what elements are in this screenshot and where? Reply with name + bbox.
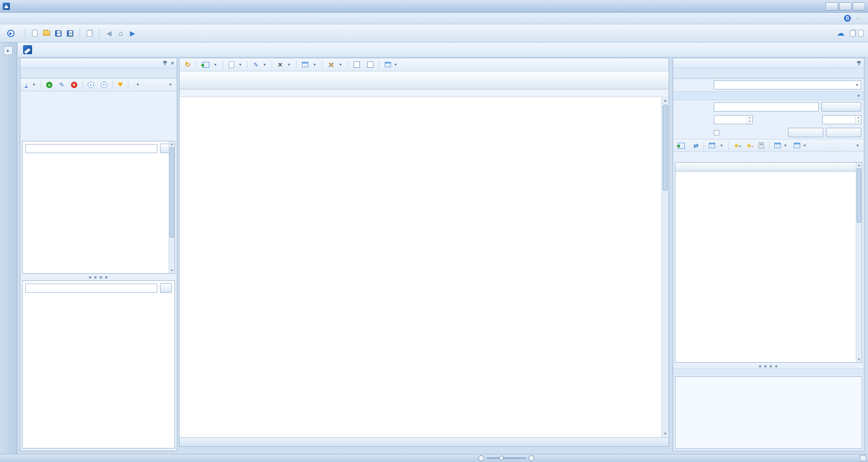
back-button[interactable]: ◀ <box>104 28 114 39</box>
desc-splitter[interactable]: ■ ■ ■ ■ <box>673 364 864 368</box>
collapse-filter-icon[interactable]: ▼ <box>857 94 860 98</box>
inserisci-button[interactable]: ▼ <box>226 60 245 70</box>
delete-icon: ✕ <box>71 82 77 88</box>
search-text-input[interactable] <box>714 103 819 112</box>
collapse-icon <box>367 61 373 68</box>
prezzari-scroll-up-icon[interactable]: ▲ <box>856 163 862 168</box>
prezzario-select[interactable]: ▼ <box>714 80 861 89</box>
zoom-out-button[interactable] <box>478 455 484 461</box>
open-button[interactable] <box>41 28 52 39</box>
expand-all-button[interactable] <box>351 60 363 69</box>
swap-button[interactable]: ⇄ <box>691 141 701 150</box>
move-up-button[interactable]: ▲ <box>85 80 97 89</box>
vista-button[interactable]: ▼ <box>706 141 726 149</box>
grid-rows <box>179 98 661 437</box>
toolbar-overflow-button[interactable]: ▼ <box>165 81 175 88</box>
import-icon: ↓ <box>25 82 28 88</box>
calculator-button[interactable] <box>756 141 767 150</box>
grid-toolbar: ↻ ▼ ▼ ✎▼ ✕▼ ▼ ▼ ▼ <box>179 58 669 71</box>
grid-scroll-down-icon[interactable]: ▼ <box>662 431 668 437</box>
refresh-button[interactable]: ↻ <box>182 59 193 70</box>
zoom-in-button[interactable] <box>528 455 534 461</box>
app-icon <box>3 3 10 10</box>
forward-button[interactable]: ▶ <box>127 28 138 39</box>
sync-doc-icon[interactable] <box>850 30 855 37</box>
zoom-control <box>478 455 534 461</box>
home-button[interactable]: ⌂ <box>115 28 126 39</box>
prezzari-table: ▲ ▼ <box>675 162 862 363</box>
close-panel-icon[interactable]: × <box>171 60 174 66</box>
grid-visualizza-button[interactable]: ▼ <box>299 61 319 69</box>
prez-massimo-input[interactable]: ▲▼ <box>822 115 861 124</box>
annulla-button[interactable] <box>826 128 861 137</box>
categories-tree-scrollbar[interactable]: ▲ ▼ <box>169 141 175 273</box>
delete-button[interactable]: ✕ <box>68 80 80 89</box>
save-button[interactable] <box>53 28 64 39</box>
save-as-button[interactable] <box>65 28 75 39</box>
grid-scroll-up-icon[interactable]: ▲ <box>662 98 668 104</box>
new-file-button[interactable] <box>29 28 40 39</box>
voci-search-row <box>23 281 175 295</box>
insert-icon <box>229 61 234 68</box>
importa-button[interactable]: ↓▼ <box>22 81 38 89</box>
editazione-button[interactable]: ✎▼ <box>250 60 269 70</box>
prezzari-pin-icon[interactable] <box>857 61 861 66</box>
aggiungi-button[interactable] <box>675 141 689 150</box>
layout-grid-icon <box>385 62 391 67</box>
aggiungi-icon <box>678 143 685 149</box>
tools-icon <box>328 62 334 68</box>
info-text <box>20 91 177 97</box>
zoom-slider-thumb[interactable] <box>499 456 504 460</box>
collapse-all-button[interactable] <box>364 60 376 69</box>
minimize-button[interactable] <box>826 2 838 10</box>
search-text-field <box>673 100 864 113</box>
back-icon: ◀ <box>106 30 112 37</box>
preferiti-checkbox[interactable] <box>714 130 719 135</box>
categories-box: ▲ ▼ <box>22 141 175 274</box>
copy-button[interactable] <box>84 28 95 39</box>
bstart-button[interactable]: ▶ <box>5 28 21 39</box>
prezzari-overflow-button[interactable]: ▼ <box>852 142 862 149</box>
prezzari-scroll-down-icon[interactable]: ▼ <box>856 357 862 362</box>
move-down-button[interactable]: ▼ <box>98 80 110 89</box>
filter-articles-header[interactable]: ▼ <box>673 91 864 100</box>
voci-search-input[interactable] <box>25 284 157 293</box>
app-window: B ▶ ◀ ⌂ ▶ ☁ ▸ <box>0 0 868 462</box>
columns-button[interactable]: ▼ <box>772 141 790 149</box>
layout-button[interactable]: ▼ <box>382 61 400 69</box>
favorite-remove-button[interactable]: ★− <box>743 141 755 149</box>
panel-splitter[interactable]: ■ ■ ■ ■ <box>20 275 177 279</box>
brand-area: B <box>844 15 863 22</box>
price-range-field: ▲▼ ▲▼ <box>673 113 864 126</box>
close-button[interactable] <box>853 2 865 10</box>
scroll-down-icon[interactable]: ▼ <box>169 268 175 273</box>
corner-grid-button[interactable] <box>860 455 866 461</box>
edit-button[interactable]: ✎ <box>57 80 67 89</box>
elimina-button[interactable]: ✕▼ <box>275 60 293 70</box>
maximize-button[interactable] <box>839 2 852 10</box>
zoom-slider[interactable] <box>486 457 526 459</box>
opzioni-button[interactable]: ▼ <box>325 61 345 69</box>
sync-page-icon[interactable] <box>858 30 863 37</box>
scroll-up-icon[interactable]: ▲ <box>169 141 175 147</box>
expand-menu-button[interactable]: ▸ <box>4 46 13 55</box>
applica-button[interactable] <box>788 128 823 137</box>
categories-search-input[interactable] <box>25 144 157 153</box>
prezzari-scrollbar[interactable]: ▲ ▼ <box>856 163 862 362</box>
import-export-button[interactable]: ▼ <box>199 61 220 69</box>
pin-icon[interactable] <box>163 61 167 66</box>
organization-panel: × ↓▼ + ✎ ✕ ▲ ▼ ▼ ▼ <box>20 58 177 451</box>
voci-find-button[interactable] <box>160 283 172 293</box>
prez-minimo-input[interactable]: ▲▼ <box>714 115 753 124</box>
cloud-sync-button[interactable]: ☁ <box>837 29 863 37</box>
add-icon: + <box>46 82 52 88</box>
filter-button[interactable] <box>115 81 126 88</box>
favorite-add-button[interactable]: ★+ <box>731 141 742 149</box>
grid-filter-row <box>179 89 669 97</box>
visualizza-button[interactable]: ▼ <box>131 81 142 88</box>
layout2-button[interactable]: ▼ <box>791 141 809 149</box>
add-button[interactable]: + <box>43 80 55 89</box>
descrizione-text <box>675 376 862 449</box>
grid-scrollbar[interactable]: ▲ ▼ <box>661 98 669 437</box>
cerca-in-button[interactable] <box>821 102 861 112</box>
